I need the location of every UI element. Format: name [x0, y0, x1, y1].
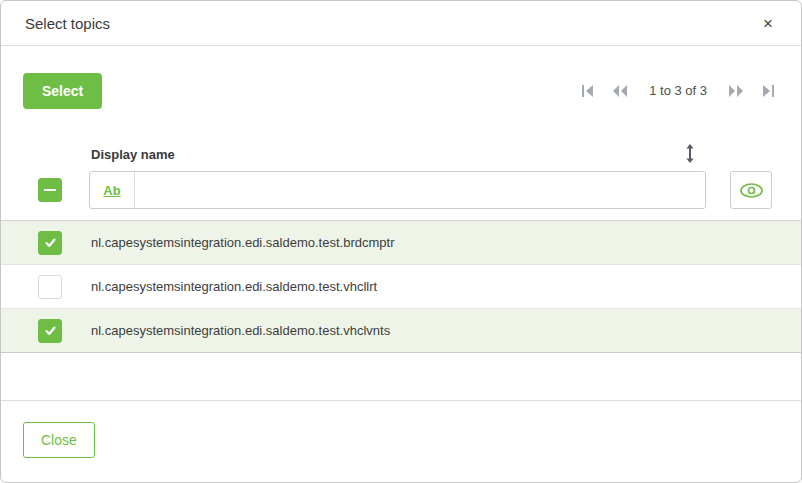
- topic-name: nl.capesystemsintegration.edi.saldemo.te…: [91, 235, 394, 250]
- row-checkbox[interactable]: [38, 231, 62, 255]
- filter-row: Ab: [23, 171, 779, 209]
- toolbar: Select 1 to 3 of 3: [23, 72, 779, 109]
- first-page-icon[interactable]: [581, 84, 595, 98]
- pagination: 1 to 3 of 3: [581, 83, 775, 98]
- dialog-header: Select topics ×: [1, 1, 801, 46]
- previous-page-icon[interactable]: [612, 84, 628, 98]
- filter-input[interactable]: [135, 172, 705, 208]
- table-header[interactable]: Display name: [23, 145, 779, 163]
- close-button[interactable]: Close: [23, 422, 95, 458]
- checkmark-icon: [44, 324, 57, 337]
- filter-box: Ab: [89, 171, 706, 209]
- sort-icon[interactable]: [685, 144, 695, 167]
- topic-name: nl.capesystemsintegration.edi.saldemo.te…: [91, 279, 377, 294]
- filter-type-button[interactable]: Ab: [90, 172, 135, 208]
- row-checkbox[interactable]: [38, 319, 62, 343]
- pagination-status: 1 to 3 of 3: [649, 83, 707, 98]
- dialog-footer: Close: [1, 400, 801, 482]
- select-all-checkbox[interactable]: [38, 178, 62, 202]
- table-row[interactable]: nl.capesystemsintegration.edi.saldemo.te…: [1, 309, 801, 353]
- next-page-icon[interactable]: [728, 84, 744, 98]
- select-topics-dialog: Select topics × Select 1 to 3 of 3: [0, 0, 802, 483]
- minus-icon: [44, 189, 56, 191]
- dialog-title: Select topics: [25, 15, 110, 32]
- close-icon[interactable]: ×: [759, 13, 777, 34]
- table-row[interactable]: nl.capesystemsintegration.edi.saldemo.te…: [1, 221, 801, 265]
- table-row[interactable]: nl.capesystemsintegration.edi.saldemo.te…: [1, 265, 801, 309]
- eye-icon[interactable]: [730, 171, 772, 209]
- column-header-display-name: Display name: [91, 147, 175, 162]
- topics-list: nl.capesystemsintegration.edi.saldemo.te…: [1, 220, 801, 353]
- topic-name: nl.capesystemsintegration.edi.saldemo.te…: [91, 323, 390, 338]
- select-button[interactable]: Select: [23, 73, 102, 109]
- dialog-body: Select 1 to 3 of 3 Display name: [1, 46, 801, 400]
- checkmark-icon: [44, 236, 57, 249]
- row-checkbox[interactable]: [38, 275, 62, 299]
- last-page-icon[interactable]: [761, 84, 775, 98]
